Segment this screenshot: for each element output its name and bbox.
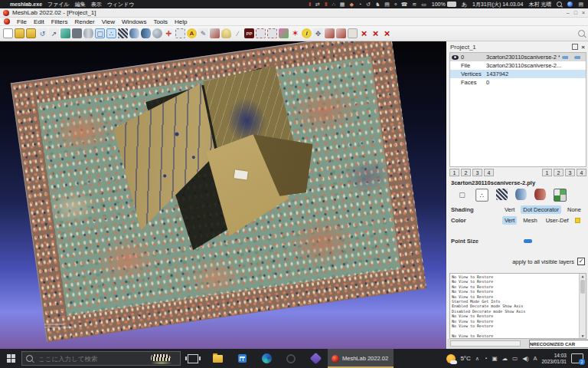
lamp-icon[interactable] — [221, 28, 231, 38]
scroll-thumb[interactable] — [580, 280, 585, 294]
onedrive-cloud-icon[interactable]: ☁ — [502, 355, 508, 362]
bbox-icon[interactable] — [95, 28, 105, 38]
mac-clock[interactable]: 1月31日(火) 14.03.04 — [472, 1, 524, 8]
pause-icon[interactable] — [309, 1, 311, 8]
region-icon[interactable] — [175, 28, 185, 38]
panel-tab[interactable]: 2 — [461, 169, 471, 176]
tray-expand-icon[interactable]: ∧ — [475, 356, 479, 362]
menu-filters[interactable]: Filters — [51, 18, 68, 25]
brush-erase-icon[interactable] — [336, 28, 346, 38]
parallels-icon[interactable] — [325, 1, 327, 8]
menu-windows[interactable]: Windows — [122, 18, 146, 25]
layer-row[interactable]: 0 3carton230110scaniverse-2 * — [450, 53, 586, 61]
move-vertex-icon[interactable] — [313, 28, 323, 38]
keyboard-icon[interactable] — [384, 1, 390, 8]
weather-temp[interactable]: 5°C — [460, 355, 470, 362]
mac-menu-window[interactable]: ウィンドウ — [107, 1, 135, 8]
3d-app-button[interactable] — [303, 349, 328, 368]
info-icon[interactable] — [302, 28, 312, 38]
flat-icon[interactable] — [129, 28, 139, 38]
delete-face-icon[interactable] — [359, 28, 369, 38]
shading-option-vert[interactable]: Vert — [502, 205, 517, 214]
tray-camera-icon[interactable]: ▣ — [492, 355, 497, 362]
menu-tools[interactable]: Tools — [153, 18, 168, 25]
delete-vertex-icon[interactable] — [371, 28, 381, 38]
volume-icon[interactable]: ◀) — [522, 355, 528, 362]
delete-all-icon[interactable] — [382, 28, 392, 38]
panel-float-icon[interactable] — [572, 44, 578, 50]
select-vertex-icon[interactable] — [256, 28, 266, 38]
select-face-icon[interactable] — [267, 28, 277, 38]
panel-bbox-icon[interactable] — [456, 189, 468, 200]
task-view-button[interactable] — [181, 349, 205, 368]
globe-icon[interactable] — [152, 28, 162, 38]
smooth-icon[interactable] — [141, 28, 151, 38]
file-explorer-button[interactable] — [205, 349, 230, 368]
color-option-userdef[interactable]: User-Def — [544, 216, 571, 225]
apply-checkbox[interactable]: ✓ — [577, 258, 585, 265]
scroll-up-icon[interactable]: ▲ — [581, 274, 583, 278]
menu-file[interactable]: File — [17, 18, 27, 25]
reload-icon[interactable] — [38, 28, 47, 38]
points-icon[interactable] — [106, 28, 116, 38]
pickpoints-icon[interactable] — [244, 28, 254, 38]
sync-icon[interactable] — [315, 1, 320, 8]
close-button[interactable]: × — [582, 10, 585, 15]
brush-select-icon[interactable] — [325, 28, 335, 38]
3d-viewport[interactable] — [0, 41, 446, 349]
minimize-button[interactable]: – — [567, 10, 570, 15]
userdef-color-swatch[interactable] — [575, 218, 580, 223]
knight-icon[interactable] — [375, 1, 380, 8]
log-scrollbar[interactable]: ▲▼ — [579, 274, 586, 338]
wireframe-icon[interactable] — [118, 28, 128, 38]
panel-tab[interactable]: 4 — [577, 169, 586, 176]
panel-close-icon[interactable]: × — [581, 44, 585, 51]
trackball-icon[interactable] — [164, 28, 174, 38]
photos-icon[interactable] — [349, 1, 353, 8]
snapshot-camera-icon[interactable] — [72, 28, 82, 38]
new-document-icon[interactable] — [3, 28, 13, 38]
log-output[interactable]: No View to RestoreNo View to RestoreNo V… — [449, 273, 586, 339]
maximize-button[interactable]: □ — [574, 10, 577, 15]
paint-icon[interactable] — [210, 28, 220, 38]
menu-render[interactable]: Render — [74, 18, 94, 25]
battery-indicator[interactable]: 100% — [432, 2, 456, 7]
color-option-mesh[interactable]: Mesh — [521, 216, 539, 225]
scroll-down-icon[interactable]: ▼ — [581, 334, 583, 338]
mac-menu-file[interactable]: ファイル — [47, 1, 70, 8]
ime-indicator[interactable]: あ — [462, 1, 467, 8]
panel-tab[interactable]: 1 — [449, 169, 459, 176]
log-hscroll-thumb[interactable] — [450, 340, 521, 347]
edge-button[interactable] — [254, 349, 279, 368]
spotlight-search-icon[interactable] — [557, 2, 562, 7]
taskbar-clock[interactable]: 14:032023/01/31 — [541, 353, 567, 365]
slash-icon[interactable] — [233, 28, 243, 38]
panel-smooth-icon[interactable] — [534, 189, 546, 200]
display-tray-icon[interactable]: ▭ — [512, 355, 518, 362]
panel-points-icon[interactable] — [475, 189, 488, 202]
export-icon[interactable] — [49, 28, 59, 38]
meshlab-task-button[interactable]: MeshLab 2022.02 - [... — [328, 349, 394, 368]
shading-option-none[interactable]: None — [565, 205, 583, 214]
mac-user[interactable]: 木村 光晴 — [528, 1, 551, 8]
menu-help[interactable]: Help — [175, 18, 187, 25]
mac-app-name[interactable]: meshlab.exe — [10, 2, 42, 7]
control-center-icon[interactable]: ▤ — [578, 2, 583, 8]
panel-tab[interactable]: 4 — [484, 169, 494, 176]
cylinder-icon[interactable] — [83, 28, 93, 38]
siri-icon[interactable] — [567, 2, 573, 7]
tray-app-icon[interactable]: ◔ — [484, 355, 488, 362]
layer-list[interactable]: 0 3carton230110scaniverse-2 * File 3cart… — [449, 52, 586, 167]
window-titlebar[interactable]: MeshLab 2022.02 - [Project_1] – □ × — [0, 8, 588, 18]
annotation-icon[interactable] — [187, 28, 197, 38]
panel-flat-icon[interactable] — [515, 189, 527, 200]
layer-mini-slider[interactable] — [562, 56, 572, 59]
weather-icon[interactable] — [446, 354, 456, 363]
mac-menu-edit[interactable]: 編集 — [75, 1, 86, 8]
select-component-icon[interactable] — [279, 28, 289, 38]
panel-tab[interactable]: 1 — [542, 169, 552, 176]
phone-icon[interactable] — [401, 1, 408, 8]
grid-icon[interactable] — [340, 1, 345, 8]
layer-visibility-eye-icon[interactable] — [452, 55, 459, 60]
panel-tab[interactable]: 3 — [472, 169, 482, 176]
